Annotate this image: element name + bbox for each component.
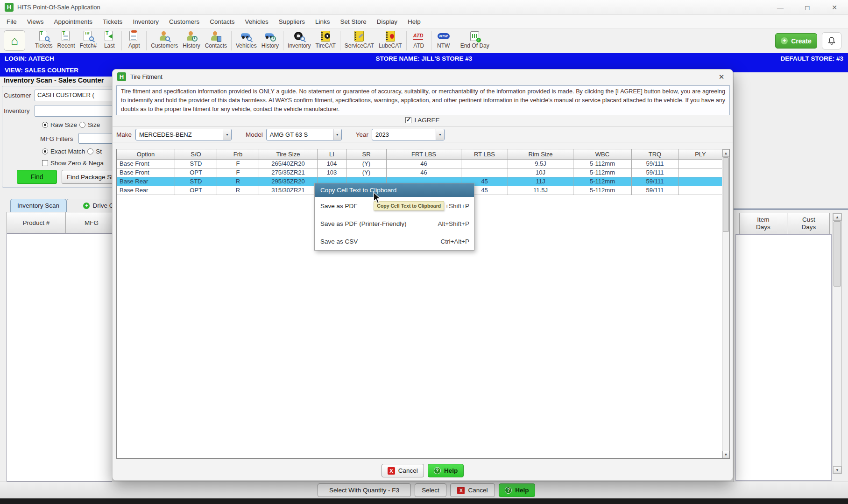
fetch-number-button[interactable]: Fetch# bbox=[78, 30, 99, 49]
table-cell[interactable]: 104 bbox=[318, 160, 346, 168]
maximize-button[interactable]: ◻ bbox=[794, 0, 821, 15]
home-button[interactable] bbox=[4, 30, 25, 51]
table-cell[interactable]: Base Front bbox=[117, 160, 175, 168]
find-package-button[interactable]: Find Package Sh bbox=[62, 170, 112, 184]
dialog-close-icon[interactable]: ✕ bbox=[716, 72, 727, 82]
table-cell[interactable]: 103 bbox=[318, 168, 346, 177]
column-header[interactable]: S/O bbox=[175, 149, 217, 160]
scroll-down-icon[interactable]: ▼ bbox=[722, 451, 729, 458]
table-cell[interactable] bbox=[461, 160, 508, 168]
menu-item-appointments[interactable]: Appointments bbox=[54, 18, 93, 25]
table-cell[interactable]: Base Rear bbox=[117, 177, 175, 186]
table-cell[interactable] bbox=[678, 168, 723, 177]
table-cell[interactable]: OPT bbox=[175, 186, 217, 195]
select-with-quantity-button[interactable]: Select With Quantity - F3 bbox=[318, 483, 411, 497]
table-cell[interactable]: 10J bbox=[508, 168, 573, 177]
tirecat-button[interactable]: TireCAT bbox=[313, 30, 338, 49]
menu-item-save-as-csv[interactable]: Save as CSV Ctrl+Alt+P bbox=[315, 232, 474, 250]
table-cell[interactable]: 11.5J bbox=[508, 186, 573, 195]
minimize-button[interactable]: — bbox=[767, 0, 794, 15]
scrollbar[interactable]: ▲ ▼ bbox=[833, 213, 842, 474]
scroll-down-icon[interactable]: ▼ bbox=[833, 466, 841, 474]
column-header[interactable]: FRT LBS bbox=[387, 149, 461, 160]
column-header-product[interactable]: Product # bbox=[7, 212, 66, 233]
menu-item-links[interactable]: Links bbox=[315, 18, 330, 25]
menu-item-inventory[interactable]: Inventory bbox=[133, 18, 159, 25]
menu-item-save-as-pdf-printer-friendly[interactable]: Save as PDF (Printer-Friendly) Alt+Shift… bbox=[315, 215, 474, 232]
table-cell[interactable]: Base Front bbox=[117, 168, 175, 177]
column-header-mfg[interactable]: MFG bbox=[65, 212, 112, 233]
column-header-item-days[interactable]: ItemDays bbox=[739, 213, 787, 234]
notifications-button[interactable] bbox=[822, 32, 841, 49]
inventory-field[interactable] bbox=[35, 105, 112, 117]
column-header[interactable]: PLY bbox=[678, 149, 723, 160]
tab-inventory-scan[interactable]: Inventory Scan bbox=[10, 199, 66, 212]
table-cell[interactable]: F bbox=[217, 168, 259, 177]
table-cell[interactable]: 46 bbox=[387, 168, 461, 177]
mfg-filters-field[interactable] bbox=[78, 133, 112, 144]
size-radio[interactable] bbox=[79, 122, 85, 128]
table-cell[interactable] bbox=[678, 186, 723, 195]
table-cell[interactable]: R bbox=[217, 186, 259, 195]
table-cell[interactable]: OPT bbox=[175, 168, 217, 177]
scrollbar-thumb[interactable] bbox=[723, 157, 729, 232]
table-row[interactable]: Base Front STD F 265/40ZR20 104 (Y) 46 9… bbox=[117, 160, 723, 168]
contacts-button[interactable]: Contacts bbox=[203, 30, 229, 49]
column-header[interactable]: LI bbox=[318, 149, 346, 160]
customer-field[interactable]: CASH CUSTOMER ( bbox=[35, 90, 112, 101]
vehicle-history-button[interactable]: History bbox=[259, 30, 281, 49]
menu-item-customers[interactable]: Customers bbox=[169, 18, 199, 25]
column-header[interactable]: Tire Size bbox=[259, 149, 318, 160]
menu-item-contacts[interactable]: Contacts bbox=[210, 18, 234, 25]
cancel-button[interactable]: XCancel bbox=[450, 483, 495, 497]
table-cell[interactable]: 5-112mm bbox=[573, 168, 632, 177]
menu-item-file[interactable]: File bbox=[7, 18, 17, 25]
last-button[interactable]: Last bbox=[99, 30, 120, 49]
table-cell[interactable] bbox=[678, 160, 723, 168]
tickets-button[interactable]: Tickets bbox=[33, 30, 55, 49]
select-button[interactable]: Select bbox=[415, 483, 446, 497]
column-header[interactable]: SR bbox=[346, 149, 387, 160]
table-cell[interactable]: 59/111 bbox=[632, 177, 678, 186]
table-cell[interactable]: 265/40ZR20 bbox=[259, 160, 318, 168]
column-header[interactable]: WBC bbox=[573, 149, 632, 160]
vehicles-button[interactable]: Vehicles bbox=[233, 30, 259, 49]
appointment-button[interactable]: Appt bbox=[124, 30, 144, 49]
column-header[interactable]: Rim Size bbox=[508, 149, 573, 160]
menu-item-tickets[interactable]: Tickets bbox=[103, 18, 122, 25]
table-cell[interactable]: 9.5J bbox=[508, 160, 573, 168]
chevron-down-icon[interactable] bbox=[333, 129, 341, 140]
table-cell[interactable]: Base Rear bbox=[117, 186, 175, 195]
table-cell[interactable]: R bbox=[217, 177, 259, 186]
i-agree-checkbox[interactable] bbox=[405, 117, 411, 123]
dialog-cancel-button[interactable]: XCancel bbox=[382, 464, 424, 477]
menu-item-suppliers[interactable]: Suppliers bbox=[279, 18, 305, 25]
model-select[interactable]: AMG GT 63 S bbox=[266, 129, 342, 140]
side-list[interactable] bbox=[735, 234, 832, 481]
inventory-button[interactable]: Inventory bbox=[285, 30, 313, 49]
recent-button[interactable]: Recent bbox=[55, 30, 78, 49]
menu-item-help[interactable]: Help bbox=[408, 18, 421, 25]
dialog-help-button[interactable]: ?Help bbox=[428, 464, 464, 477]
atd-button[interactable]: ATDATD bbox=[409, 30, 429, 49]
tab-drive-out[interactable]: +Drive Out bbox=[66, 199, 112, 212]
table-cell[interactable]: STD bbox=[175, 177, 217, 186]
scroll-up-icon[interactable]: ▲ bbox=[833, 213, 841, 221]
inventory-results-list[interactable] bbox=[7, 233, 112, 482]
menu-item-copy-cell-text[interactable]: Copy Cell Text to Clipboard bbox=[315, 183, 474, 197]
table-row[interactable]: Base Front OPT F 275/35ZR21 103 (Y) 46 1… bbox=[117, 168, 723, 177]
customers-button[interactable]: Customers bbox=[148, 30, 180, 49]
lubecat-button[interactable]: LubeCAT bbox=[376, 30, 404, 49]
menu-item-display[interactable]: Display bbox=[377, 18, 397, 25]
table-cell[interactable]: 295/35ZR20 bbox=[259, 177, 318, 186]
table-cell[interactable]: STD bbox=[175, 160, 217, 168]
column-header[interactable]: Frb bbox=[217, 149, 259, 160]
servicecat-button[interactable]: ServiceCAT bbox=[342, 30, 376, 49]
table-cell[interactable]: F bbox=[217, 160, 259, 168]
menu-item-views[interactable]: Views bbox=[27, 18, 44, 25]
column-header[interactable]: Option bbox=[117, 149, 175, 160]
scrollbar-thumb[interactable] bbox=[834, 221, 841, 287]
column-header[interactable]: RT LBS bbox=[461, 149, 508, 160]
table-cell[interactable] bbox=[678, 177, 723, 186]
table-cell[interactable]: 5-112mm bbox=[573, 160, 632, 168]
